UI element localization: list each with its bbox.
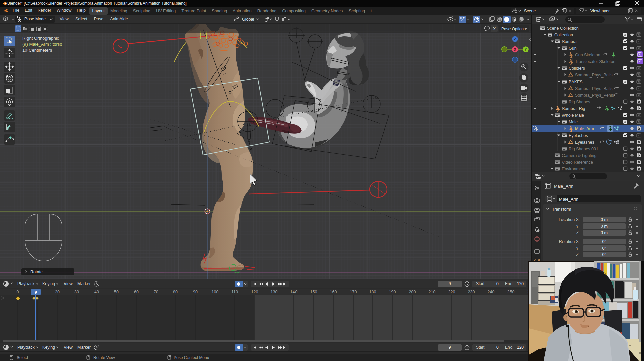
svg-text:100: 100	[212, 290, 219, 294]
svg-text:0: 0	[17, 290, 19, 294]
svg-text:Sombra_Phys_Balls: Sombra_Phys_Balls	[575, 73, 613, 78]
svg-text:220: 220	[448, 290, 455, 294]
svg-text:Sombra_Rig: Sombra_Rig	[562, 106, 585, 111]
svg-text:ViewLayer: ViewLayer	[590, 9, 610, 13]
svg-text:View: View	[64, 345, 73, 350]
svg-text:Male_Arm: Male_Arm	[575, 126, 594, 131]
svg-text:50: 50	[114, 290, 119, 294]
svg-text:Colliders: Colliders	[569, 66, 585, 71]
svg-text:70: 70	[154, 290, 158, 294]
svg-text:230: 230	[468, 290, 475, 294]
svg-text:View: View	[64, 281, 73, 286]
svg-text:Sombra_Phys_Penis: Sombra_Phys_Penis	[575, 93, 614, 98]
svg-text:120: 120	[251, 290, 258, 294]
svg-text:X: X	[514, 48, 516, 51]
svg-text:30: 30	[74, 290, 79, 294]
svg-text:Video Reference: Video Reference	[562, 160, 593, 165]
svg-text:Playback: Playback	[17, 345, 35, 350]
svg-text:Eyelashes: Eyelashes	[575, 140, 594, 145]
svg-text:20: 20	[55, 290, 60, 294]
svg-text:Transform: Transform	[552, 207, 571, 212]
svg-text:Environment: Environment	[562, 167, 586, 171]
svg-text:Marker: Marker	[77, 345, 91, 350]
svg-text:Playback: Playback	[17, 281, 35, 286]
svg-text:Male: Male	[569, 120, 578, 124]
svg-text:240: 240	[488, 290, 495, 294]
svg-text:BAKES: BAKES	[569, 80, 583, 84]
svg-text:150: 150	[310, 290, 317, 294]
svg-text:Camera & Lighting: Camera & Lighting	[562, 153, 597, 158]
svg-text:Sombra_Phys_Balls: Sombra_Phys_Balls	[575, 86, 613, 91]
svg-text:Rotate View: Rotate View	[93, 355, 115, 360]
svg-text:Scene Collection: Scene Collection	[547, 26, 579, 31]
svg-text:Keying: Keying	[42, 281, 55, 286]
svg-text:Collection: Collection	[554, 33, 573, 37]
svg-text:X: X	[493, 27, 496, 31]
svg-text:190: 190	[389, 290, 396, 294]
svg-text:170: 170	[350, 290, 357, 294]
svg-text:160: 160	[330, 290, 337, 294]
svg-text:Y: Y	[525, 48, 527, 51]
svg-text:Select: Select	[17, 355, 28, 360]
svg-text:Z: Z	[514, 37, 516, 41]
svg-text:Scene: Scene	[524, 9, 536, 13]
svg-text:Gun Skeleton: Gun Skeleton	[575, 53, 600, 57]
svg-text:Pose Context Menu: Pose Context Menu	[174, 355, 209, 360]
svg-text:Global: Global	[242, 17, 254, 22]
svg-text:250: 250	[507, 290, 515, 294]
svg-text:Male_Arm: Male_Arm	[559, 197, 578, 202]
svg-text:9: 9	[35, 290, 37, 295]
svg-text:Eyelashes: Eyelashes	[569, 133, 588, 138]
svg-text:Marker: Marker	[77, 281, 91, 286]
svg-text:60: 60	[134, 290, 139, 294]
svg-text:Rig Shapes.001: Rig Shapes.001	[569, 147, 598, 151]
svg-text:80: 80	[173, 290, 178, 294]
svg-text:140: 140	[290, 290, 298, 294]
svg-text:Male_Arm: Male_Arm	[554, 184, 573, 189]
svg-text:Whole Male: Whole Male	[562, 113, 584, 118]
svg-text:110: 110	[231, 290, 238, 294]
svg-text:Rig Shapes: Rig Shapes	[569, 100, 590, 104]
svg-text:Sombra: Sombra	[562, 39, 577, 44]
svg-text:Keying: Keying	[42, 345, 55, 350]
svg-text:Rotate: Rotate	[30, 270, 43, 274]
svg-text:Pose Options: Pose Options	[501, 27, 526, 31]
svg-text:200: 200	[409, 290, 416, 294]
svg-text:210: 210	[429, 290, 436, 294]
svg-text:40: 40	[94, 290, 99, 294]
svg-text:Translocator Skeleton: Translocator Skeleton	[575, 59, 615, 64]
svg-text:90: 90	[193, 290, 198, 294]
svg-text:180: 180	[369, 290, 376, 294]
svg-text:Gun: Gun	[569, 46, 577, 51]
svg-text:130: 130	[271, 290, 278, 294]
